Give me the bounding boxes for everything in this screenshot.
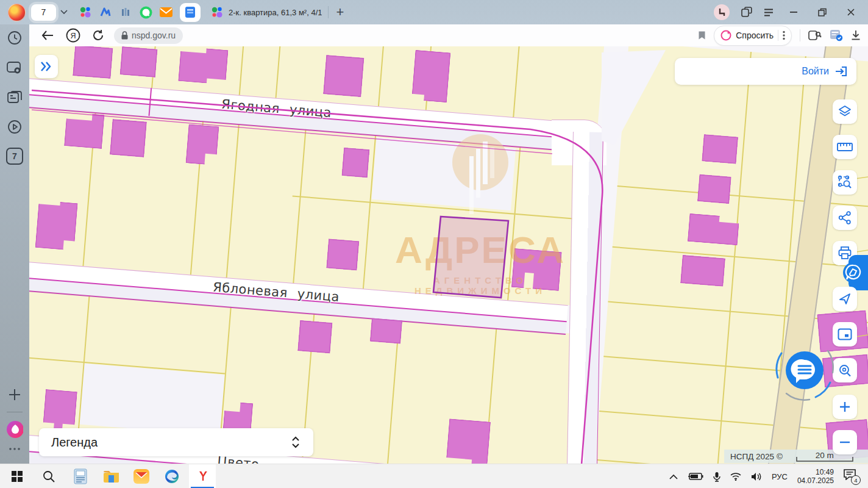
- edge-browser-icon[interactable]: [158, 464, 185, 488]
- selected-parcel[interactable]: [433, 217, 508, 298]
- pinned-tab-avito-icon[interactable]: [79, 5, 92, 19]
- browser-sidebar: 7: [0, 24, 29, 465]
- expand-sidebar-button[interactable]: [35, 55, 58, 78]
- cadastral-boundary: [32, 90, 602, 465]
- plus-icon: [839, 401, 851, 413]
- address-bar[interactable]: nspd.gov.ru: [114, 27, 183, 44]
- file-explorer-icon[interactable]: [98, 464, 124, 488]
- reload-icon[interactable]: [92, 29, 104, 41]
- login-panel: Войти: [675, 58, 856, 85]
- ask-ai-label: Спросить: [736, 30, 774, 40]
- legend-panel[interactable]: Легенда: [39, 428, 313, 456]
- minus-icon: [839, 440, 851, 444]
- login-icon[interactable]: [834, 65, 848, 77]
- history-icon[interactable]: [6, 29, 23, 46]
- pinned-tab-mail-icon[interactable]: [159, 5, 173, 19]
- tab-group-chip[interactable]: 7: [31, 4, 56, 21]
- clock[interactable]: 10:49 04.07.2025: [797, 468, 834, 485]
- yandex-services-icon[interactable]: Я: [66, 28, 80, 43]
- unzoned-area: [602, 50, 666, 145]
- tray-date: 04.07.2025: [797, 476, 834, 485]
- browser-tab-bar: 7 2-к. квартира, 61,3 м², 4/1 +: [0, 0, 868, 24]
- game-777-icon[interactable]: 7: [6, 148, 23, 165]
- map-overlay: [29, 46, 868, 465]
- ask-ai-button[interactable]: Спросить: [714, 26, 792, 46]
- ruler-icon: [837, 142, 853, 152]
- mail-app-icon[interactable]: [128, 464, 155, 488]
- active-tab-nspd[interactable]: [180, 3, 201, 22]
- tab-group-count: 7: [41, 7, 46, 17]
- downloads-icon[interactable]: [851, 30, 861, 41]
- chat-widget[interactable]: [769, 335, 840, 406]
- map-pin-tab-icon: [841, 260, 866, 285]
- battery-icon[interactable]: [688, 472, 703, 481]
- area-search-button[interactable]: [833, 170, 857, 195]
- url-text: nspd.gov.ru: [132, 30, 176, 40]
- video-play-icon[interactable]: [6, 118, 23, 135]
- pinned-tab-bank-icon[interactable]: [119, 5, 132, 19]
- zoom-out-button[interactable]: [833, 430, 857, 454]
- layers-icon: [838, 104, 852, 119]
- measure-button[interactable]: [833, 135, 857, 159]
- layers-button[interactable]: [833, 99, 857, 124]
- volume-icon[interactable]: [751, 472, 762, 481]
- browser-toolbar: Я nspd.gov.ru НСПД | Геоинформационный п…: [29, 24, 868, 46]
- new-tab-button[interactable]: +: [336, 4, 344, 20]
- tab-separator: [328, 6, 329, 18]
- restore-button[interactable]: [814, 4, 831, 21]
- tray-time: 10:49: [797, 468, 834, 476]
- location-arrow-icon: [838, 292, 852, 306]
- alice-icon[interactable]: [6, 421, 23, 438]
- start-button[interactable]: [4, 464, 30, 488]
- alice-ask-icon: [720, 30, 731, 41]
- seven-label: 7: [6, 148, 23, 165]
- tray-expand-icon[interactable]: [669, 474, 678, 479]
- legend-title: Легенда: [51, 436, 98, 450]
- lock-icon: [121, 31, 128, 40]
- sidebar-divider: [7, 412, 23, 412]
- taskbar-search-icon[interactable]: [35, 464, 62, 488]
- screenshot-icon[interactable]: [6, 60, 23, 77]
- tab-title[interactable]: 2-к. квартира, 61,3 м², 4/1: [229, 8, 322, 17]
- my-location-button[interactable]: [833, 287, 857, 311]
- minimize-button[interactable]: [785, 4, 802, 21]
- tab-panels-icon[interactable]: [741, 7, 752, 18]
- share-icon: [838, 211, 852, 224]
- notification-badge: 4: [851, 475, 861, 485]
- area-search-icon: [837, 174, 853, 190]
- windows-taskbar: РУС 10:49 04.07.2025 4: [0, 464, 868, 488]
- user-avatar[interactable]: [714, 4, 730, 20]
- chevron-down-icon[interactable]: [60, 10, 68, 15]
- tab-avito-favicon[interactable]: [210, 5, 224, 19]
- microphone-icon[interactable]: [713, 472, 720, 482]
- extensions-key-icon[interactable]: [808, 29, 822, 41]
- pinned-tab-whatsapp-icon[interactable]: [139, 5, 152, 19]
- kebab-menu-icon[interactable]: [783, 30, 785, 40]
- ask-divider: [778, 30, 778, 41]
- close-icon[interactable]: [842, 4, 859, 21]
- login-button[interactable]: Войти: [802, 66, 829, 77]
- share-button[interactable]: [833, 206, 857, 230]
- map-canvas[interactable]: Ягодная улица Яблоневая улица Цвето: [29, 46, 868, 465]
- language-indicator[interactable]: РУС: [772, 472, 788, 481]
- pinned-tab-nav-icon[interactable]: [99, 5, 112, 19]
- add-panel-icon[interactable]: [6, 386, 23, 403]
- menu-icon[interactable]: [764, 9, 774, 16]
- double-chevron-right-icon: [40, 62, 52, 71]
- taskbar-app-icon[interactable]: [67, 464, 94, 488]
- map-apps-tab[interactable]: [848, 255, 868, 290]
- notification-center[interactable]: 4: [844, 469, 859, 484]
- svg-text:Я: Я: [70, 32, 76, 40]
- wifi-icon[interactable]: [730, 472, 741, 481]
- profile-avatar[interactable]: [8, 4, 26, 21]
- back-icon[interactable]: [41, 30, 54, 40]
- sort-chevrons-icon[interactable]: [291, 436, 300, 448]
- bookmark-icon[interactable]: [698, 30, 706, 40]
- toolbar-divider: [800, 29, 800, 41]
- desktop: { "browser": { "tab_group_count": "7", "…: [0, 0, 868, 488]
- feed-icon[interactable]: [6, 89, 23, 106]
- protect-extension-icon[interactable]: [830, 29, 843, 41]
- yandex-browser-taskbar[interactable]: [189, 464, 216, 488]
- attribution-text: НСПД 2025 ©: [730, 452, 783, 461]
- more-icon[interactable]: [6, 440, 23, 458]
